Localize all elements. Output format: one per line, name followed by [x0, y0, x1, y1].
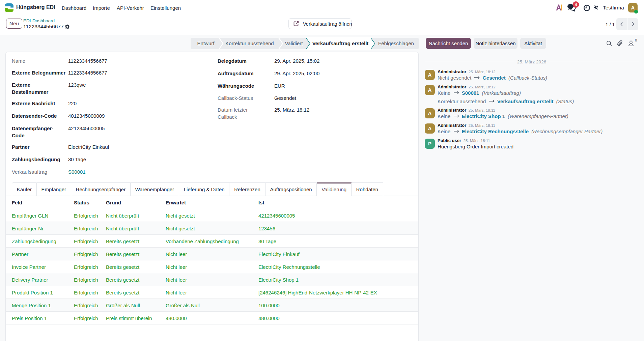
svg-text:Validiert: Validiert — [285, 40, 303, 46]
svg-text:Entwurf: Entwurf — [197, 40, 215, 46]
svg-text:Verkaufsauftrag erstellt: Verkaufsauftrag erstellt — [312, 40, 369, 46]
svg-text:4: 4 — [575, 2, 577, 7]
svg-text:Fehlgeschlagen: Fehlgeschlagen — [378, 40, 414, 46]
svg-text:Korrektur ausstehend: Korrektur ausstehend — [225, 40, 274, 46]
